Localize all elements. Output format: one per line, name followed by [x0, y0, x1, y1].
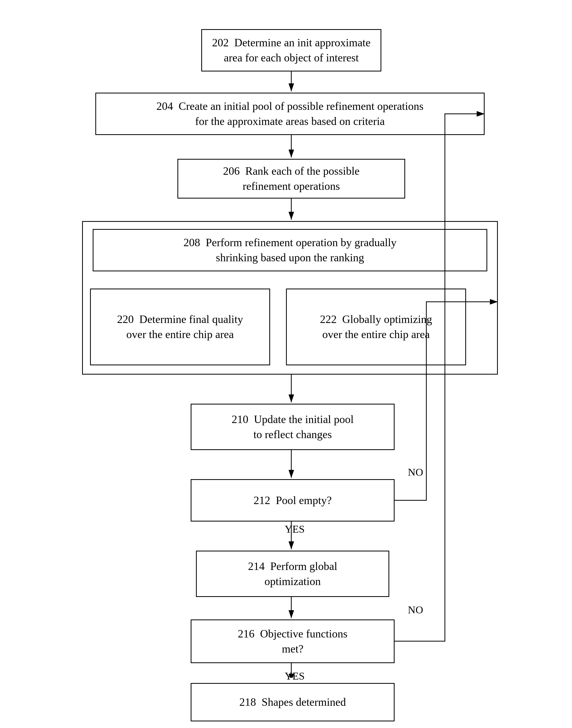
box-208: 208 Perform refinement operation by grad… — [93, 229, 487, 271]
box-220: 220 Determine final qualityover the enti… — [90, 289, 270, 365]
no-label-2: NO — [408, 603, 423, 616]
box-212: 212 Pool empty? — [191, 479, 395, 521]
box-202: 202 Determine an init approximatearea fo… — [201, 29, 381, 72]
box-206: 206 Rank each of the possiblerefinement … — [177, 159, 405, 198]
box-218: 218 Shapes determined — [191, 683, 395, 721]
box-216: 216 Objective functionsmet? — [191, 620, 395, 663]
box-214: 214 Perform globaloptimization — [196, 551, 389, 597]
no-label-1: NO — [408, 466, 423, 478]
diagram-container: 202 Determine an init approximatearea fo… — [61, 21, 511, 678]
box-222: 222 Globally optimizingover the entire c… — [286, 289, 466, 365]
box-204: 204 Create an initial pool of possible r… — [95, 93, 485, 135]
yes-label-1: YES — [285, 523, 305, 535]
yes-label-2: YES — [285, 670, 305, 682]
box-210: 210 Update the initial poolto reflect ch… — [191, 404, 395, 450]
page: 202 Determine an init approximatearea fo… — [0, 0, 572, 728]
